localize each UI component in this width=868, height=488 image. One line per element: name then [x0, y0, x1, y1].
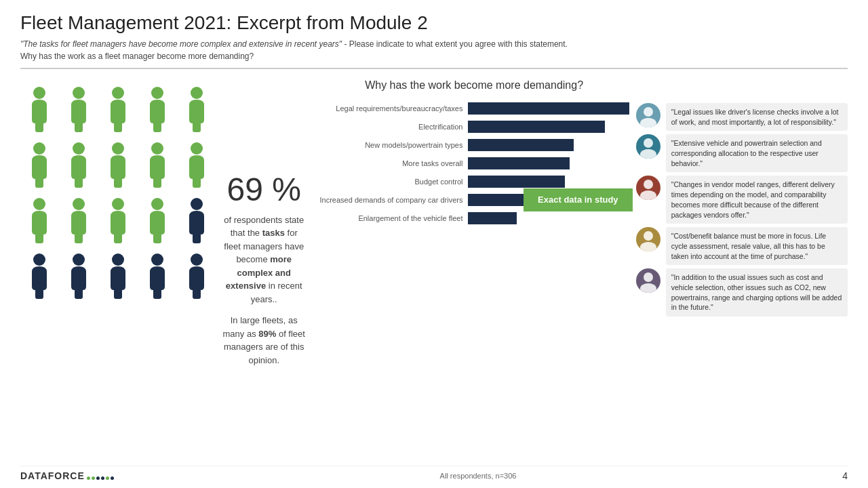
bar-chart: Legal requirements/bureaucracy/taxesElec… [319, 101, 629, 226]
logo-dot-2 [92, 476, 95, 480]
quote-text: "Changes in vendor model ranges, differe… [666, 176, 848, 224]
left-panel [20, 76, 216, 463]
avatar [636, 134, 660, 159]
stat-description: of respondents state that the tasks for … [222, 214, 305, 306]
quote-text: "Cost/benefit balance must be more in fo… [666, 227, 848, 265]
person-icon [138, 194, 176, 248]
subtitle-rest: - Please indicate to what extent you agr… [342, 39, 568, 49]
bar-track [468, 176, 629, 188]
svg-point-8 [151, 142, 163, 155]
person-icon [138, 83, 176, 137]
quote-row: "Legal issues like driver's license chec… [636, 103, 848, 131]
logo-text: DATAFORCE [20, 470, 85, 481]
avatar [636, 103, 660, 127]
svg-point-21 [644, 107, 653, 117]
person-icon [20, 83, 58, 137]
bar-row: Budget control [319, 174, 629, 189]
people-grid [20, 83, 216, 304]
quote-row: "Changes in vendor model ranges, differe… [636, 176, 848, 224]
svg-point-16 [73, 253, 85, 266]
logo-dot-6 [111, 476, 114, 480]
bar-label: Budget control [319, 178, 468, 186]
footer: DATAFORCE All respondents, n=306 4 [20, 466, 848, 481]
avatar [636, 268, 660, 293]
svg-point-4 [191, 87, 203, 99]
svg-point-7 [112, 142, 124, 155]
percent-value: 69 % [227, 172, 301, 208]
main-content: 69 % of respondents state that the tasks… [20, 76, 848, 463]
svg-point-6 [73, 142, 85, 155]
person-icon [138, 249, 176, 304]
person-icon [99, 194, 137, 248]
stat-desc-bold1: tasks [262, 228, 285, 238]
person-icon [60, 83, 98, 137]
person-icon [20, 249, 58, 304]
person-icon [178, 138, 216, 192]
large-fleet-percent: 89% [258, 329, 276, 339]
bar-label: Enlargement of the vehicle fleet [319, 214, 468, 222]
svg-point-24 [644, 138, 653, 148]
quote-text: "Legal issues like driver's license chec… [666, 103, 848, 131]
bar-track [468, 157, 629, 169]
svg-point-12 [112, 198, 124, 210]
dataforce-logo: DATAFORCE [20, 470, 114, 481]
footer-center: All respondents, n=306 [440, 472, 517, 480]
svg-point-13 [151, 198, 163, 210]
subtitle-italic: "The tasks for fleet managers have becom… [20, 39, 342, 49]
svg-point-11 [73, 198, 85, 210]
bar-fill [468, 121, 605, 133]
bar-label: Increased demands of company car drivers [319, 196, 468, 204]
svg-point-0 [33, 87, 45, 99]
chart-area: Why has the work become more demanding? … [312, 76, 635, 463]
subtitle: "The tasks for fleet managers have becom… [20, 38, 848, 62]
person-icon [20, 138, 58, 192]
svg-point-33 [644, 272, 653, 282]
logo-dot-3 [96, 476, 100, 480]
avatar [636, 176, 660, 200]
subtitle-line2: Why has the work as a fleet manager beco… [20, 52, 254, 61]
svg-point-5 [33, 142, 45, 155]
bar-row: Electrification [319, 119, 629, 134]
svg-point-19 [191, 253, 203, 266]
person-icon [99, 138, 137, 192]
bar-fill [468, 212, 517, 224]
svg-point-27 [644, 180, 653, 189]
svg-point-3 [151, 87, 163, 99]
bar-row: Enlargement of the vehicle fleetExact da… [319, 211, 629, 226]
svg-point-1 [73, 87, 85, 99]
footer-page: 4 [842, 470, 848, 481]
quote-row: "Cost/benefit balance must be more in fo… [636, 227, 848, 265]
bar-track [468, 139, 629, 151]
quote-row: "In addition to the usual issues such as… [636, 268, 848, 317]
bar-track [468, 121, 629, 133]
quote-row: "Extensive vehicle and powertrain select… [636, 134, 848, 172]
person-icon [99, 249, 137, 304]
page: Fleet Management 2021: Excerpt from Modu… [0, 0, 868, 488]
logo-dot-5 [106, 476, 109, 480]
person-icon [60, 194, 98, 248]
quotes-area: "Legal issues like driver's license chec… [636, 76, 848, 463]
person-icon [178, 83, 216, 137]
svg-point-30 [644, 231, 653, 241]
svg-point-9 [191, 142, 203, 155]
svg-point-17 [112, 253, 124, 266]
center-stat: 69 % of respondents state that the tasks… [216, 76, 312, 463]
bar-fill [468, 139, 574, 151]
person-icon [178, 194, 216, 248]
chart-title: Why has the work become more demanding? [319, 79, 629, 92]
bar-row: Legal requirements/bureaucracy/taxes [319, 101, 629, 116]
bar-label: New models/powertrain types [319, 141, 468, 149]
svg-point-10 [33, 198, 45, 210]
callout-box[interactable]: Exact data in study [524, 188, 633, 211]
bar-label: Electrification [319, 123, 468, 131]
avatar [636, 227, 660, 251]
bar-fill [468, 157, 570, 169]
bar-fill [468, 176, 565, 188]
svg-point-14 [191, 198, 203, 210]
page-title: Fleet Management 2021: Excerpt from Modu… [20, 12, 848, 34]
person-icon [20, 194, 58, 248]
svg-point-18 [151, 253, 163, 266]
logo-dot-4 [101, 476, 104, 480]
bar-row: New models/powertrain types [319, 138, 629, 152]
bar-label: More tasks overall [319, 159, 468, 167]
